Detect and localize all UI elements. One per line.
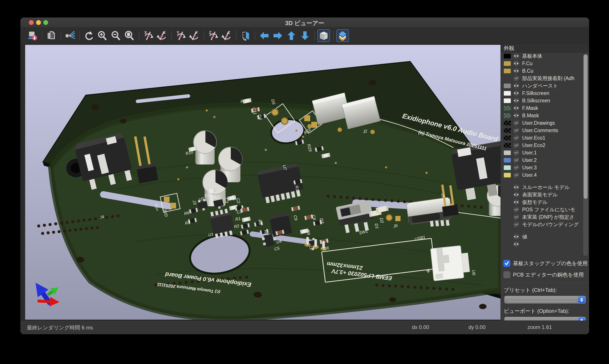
rotate-y-ccw-icon: Y (189, 30, 199, 41)
layer-color-swatch[interactable] (504, 136, 511, 140)
visibility-eye-icon[interactable] (513, 112, 519, 119)
visibility-eye-icon[interactable] (513, 53, 519, 59)
zoom-in-button[interactable] (96, 30, 108, 41)
checkbox-unchecked[interactable] (503, 271, 510, 278)
layer-color-swatch[interactable] (504, 54, 511, 58)
copy-icon (46, 30, 56, 41)
layer-label: POS ファイルにないモ (522, 206, 575, 213)
visibility-eye-off-icon[interactable] (513, 134, 519, 141)
visibility-eye-off-icon[interactable] (513, 149, 519, 156)
checkbox-checked[interactable] (503, 260, 510, 267)
rotate-z-clockwise-button[interactable]: Z (207, 30, 219, 41)
raytracing-render-button[interactable] (64, 30, 76, 41)
layer-color-swatch (504, 76, 511, 81)
visibility-eye-off-icon[interactable] (513, 206, 519, 213)
visibility-eye-off-icon[interactable] (513, 142, 519, 149)
layer-row: B.Mask (501, 112, 589, 119)
rotate-y-clockwise-button[interactable]: Y (175, 30, 187, 41)
scrollbar-thumb[interactable] (584, 54, 588, 199)
model-visibility-row: POS ファイルにないモ (501, 206, 589, 213)
status-bar: 最終レンダリング時間 6 ms dx 0.00 dy 0.00 zoom 1.6… (20, 321, 589, 334)
toolbar-separator (171, 31, 172, 40)
dx-status: dx 0.00 (412, 324, 429, 330)
visibility-eye-icon[interactable] (513, 105, 519, 111)
preset-dropdown[interactable] (504, 296, 586, 304)
visibility-eye-icon[interactable] (513, 90, 519, 96)
visibility-eye-icon[interactable] (513, 241, 519, 247)
layer-color-swatch[interactable] (504, 91, 511, 96)
appearance-panel-toggle[interactable] (337, 30, 349, 41)
layer-color-swatch[interactable] (504, 165, 511, 170)
sidebar-scrollbar[interactable] (583, 53, 588, 256)
appearance-panel-title: 外観 (501, 44, 589, 52)
layer-color-swatch[interactable] (504, 84, 511, 88)
rotate-z-cw-icon: Z (208, 30, 218, 41)
layer-label: F.Cu (522, 61, 532, 66)
layer-color-swatch[interactable] (504, 143, 511, 148)
pan-up-icon (286, 30, 297, 41)
visibility-eye-icon[interactable] (513, 234, 519, 240)
layer-color-swatch[interactable] (504, 98, 511, 103)
visibility-eye-off-icon[interactable] (513, 221, 519, 228)
zoom-out-button[interactable] (110, 30, 122, 41)
visibility-eye-icon[interactable] (513, 184, 519, 191)
rotate-x-cw-icon: X (143, 30, 154, 41)
model-visibility-row: 仮想モデル (501, 198, 589, 206)
layer-color-swatch[interactable] (504, 69, 511, 73)
pan-up-button[interactable] (285, 30, 297, 41)
clipped-row (501, 240, 589, 248)
visibility-eye-icon[interactable] (513, 82, 519, 89)
layer-color-swatch[interactable] (504, 151, 511, 155)
flip-board-button[interactable] (240, 30, 251, 41)
visibility-eye-off-icon[interactable] (513, 172, 519, 178)
pcb-3d-render: Exidiophone v6.0 Audio Board(c) Tomoya M… (25, 45, 501, 320)
model-visibility-row: スルーホール モデル (501, 183, 589, 191)
zoom-fit-button[interactable] (124, 30, 135, 41)
pan-right-button[interactable] (272, 30, 284, 41)
visibility-eye-off-icon[interactable] (513, 214, 519, 220)
rotate-z-counterclockwise-button[interactable]: Z (221, 30, 233, 41)
use-stackup-colors-checkbox-row[interactable]: 基板スタックアップの色を使用 (501, 259, 589, 268)
export-board-image-button[interactable] (26, 30, 38, 41)
dropdown-stepper-icon[interactable] (578, 296, 585, 303)
visibility-eye-icon[interactable] (513, 191, 519, 198)
pan-left-button[interactable] (258, 30, 270, 41)
rotate-x-counterclockwise-button[interactable]: X (156, 30, 168, 41)
pan-down-button[interactable] (299, 30, 311, 41)
layer-color-swatch[interactable] (504, 106, 511, 110)
layer-color-swatch[interactable] (504, 61, 511, 66)
rotate-y-counterclockwise-button[interactable]: Y (188, 30, 200, 41)
visibility-eye-off-icon[interactable] (513, 120, 519, 126)
titlebar[interactable]: 3D ビューアー (20, 17, 589, 27)
visibility-eye-off-icon[interactable] (513, 127, 519, 134)
layer-color-swatch[interactable] (504, 173, 511, 177)
layer-color-swatch[interactable] (504, 128, 511, 133)
layer-color-swatch[interactable] (504, 158, 511, 163)
rotate-x-clockwise-button[interactable]: X (143, 30, 154, 41)
layer-color-swatch[interactable] (504, 121, 511, 125)
layer-label: B.Mask (522, 113, 539, 118)
copy-image-button[interactable] (45, 30, 57, 41)
render-time-status: 最終レンダリング時間 6 ms (27, 324, 93, 331)
visibility-eye-icon[interactable] (513, 97, 519, 104)
model-visibility-row: 未実装 (DNP) が指定さ (501, 213, 589, 221)
3d-viewport-canvas[interactable]: Exidiophone v6.0 Audio Board(c) Tomoya M… (25, 45, 501, 320)
layer-label: User.4 (522, 172, 537, 178)
visibility-eye-icon[interactable] (513, 60, 519, 67)
toolbar-separator (204, 31, 204, 40)
value-visibility-row: 値 (501, 233, 589, 240)
reload-board-button[interactable] (83, 30, 95, 41)
use-pcb-copper-colors-checkbox-row[interactable]: PCB エディターの銅色を使用 (501, 270, 589, 279)
layer-color-swatch[interactable] (504, 113, 511, 118)
visibility-eye-icon[interactable] (513, 199, 519, 205)
zoom-status: zoom 1.61 (527, 324, 552, 330)
visibility-eye-off-icon[interactable] (513, 164, 519, 171)
visibility-eye-off-icon[interactable] (513, 157, 519, 163)
orthographic-projection-toggle[interactable] (318, 30, 330, 41)
visibility-eye-off-icon[interactable] (513, 75, 519, 82)
layer-row: 基板本体 (501, 52, 589, 60)
layer-label: User.Eco2 (522, 143, 545, 148)
visibility-eye-icon[interactable] (513, 68, 519, 74)
layers-icon (337, 30, 348, 41)
swatch-spacer (504, 222, 511, 227)
